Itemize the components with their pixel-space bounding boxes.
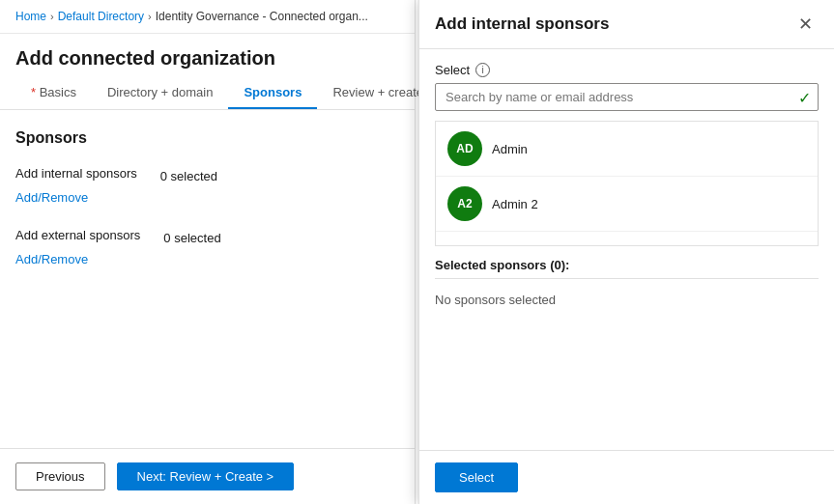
external-sponsors-count: 0 selected: [163, 231, 220, 245]
tabs: Basics Directory + domain Sponsors Revie…: [0, 77, 415, 110]
selected-sponsors-title: Selected sponsors (0):: [435, 258, 819, 279]
search-check-icon: ✓: [798, 88, 811, 106]
section-title: Sponsors: [15, 129, 399, 147]
side-panel: Add internal sponsors ✕ Select i ✓ AD Ad…: [418, 0, 834, 504]
panel-body: Select i ✓ AD Admin A2 Admin 2 ⌄ Selec: [419, 49, 834, 450]
users-list[interactable]: AD Admin A2 Admin 2 ⌄: [435, 121, 819, 246]
previous-button[interactable]: Previous: [15, 462, 105, 490]
avatar-admin: AD: [447, 131, 482, 166]
breadcrumb-directory[interactable]: Default Directory: [58, 10, 144, 23]
panel-header: Add internal sponsors ✕: [419, 0, 834, 49]
scroll-down-icon: ⌄: [620, 238, 633, 246]
selected-sponsors-section: Selected sponsors (0): No sponsors selec…: [435, 258, 819, 315]
select-label: Select: [435, 63, 470, 77]
breadcrumb-sep-1: ›: [50, 11, 54, 22]
tab-basics[interactable]: Basics: [15, 77, 92, 109]
tab-directory-domain[interactable]: Directory + domain: [92, 77, 228, 109]
search-wrapper: ✓: [435, 83, 819, 111]
panel-footer: Select: [419, 450, 834, 504]
avatar-admin2: A2: [447, 186, 482, 221]
panel-title: Add internal sponsors: [435, 14, 609, 34]
external-sponsors-row: Add external sponsors 0 selected Add/Rem…: [15, 228, 399, 266]
internal-sponsors-label: Add internal sponsors: [15, 166, 137, 181]
user-name-admin2: Admin 2: [492, 197, 538, 211]
select-label-row: Select i: [435, 63, 819, 77]
breadcrumb-governance: Identity Governance - Connected organ...: [156, 10, 368, 23]
external-sponsors-label: Add external sponsors: [15, 228, 140, 242]
internal-sponsors-add-remove[interactable]: Add/Remove: [15, 190, 399, 205]
external-sponsors-add-remove[interactable]: Add/Remove: [15, 252, 399, 266]
info-icon: i: [475, 63, 490, 77]
close-button[interactable]: ✕: [792, 14, 819, 35]
footer-buttons: Previous Next: Review + Create >: [0, 448, 415, 504]
internal-sponsors-row: Add internal sponsors 0 selected Add/Rem…: [15, 166, 399, 205]
breadcrumb: Home › Default Directory › Identity Gove…: [0, 0, 415, 34]
select-button[interactable]: Select: [435, 462, 518, 492]
breadcrumb-home[interactable]: Home: [15, 10, 46, 23]
page-title: Add connected organization: [0, 34, 415, 77]
user-item-admin[interactable]: AD Admin: [436, 122, 818, 177]
tab-sponsors[interactable]: Sponsors: [228, 77, 317, 109]
user-name-admin: Admin: [492, 142, 528, 156]
breadcrumb-sep-2: ›: [148, 11, 152, 22]
main-content: Sponsors Add internal sponsors 0 selecte…: [0, 110, 415, 448]
search-input[interactable]: [435, 83, 819, 111]
no-sponsors-text: No sponsors selected: [435, 285, 819, 315]
internal-sponsors-count: 0 selected: [160, 169, 217, 183]
next-button[interactable]: Next: Review + Create >: [117, 462, 295, 490]
main-page: Home › Default Directory › Identity Gove…: [0, 0, 416, 504]
scroll-indicator-row: ⌄: [436, 232, 818, 246]
user-item-admin2[interactable]: A2 Admin 2: [436, 177, 818, 232]
